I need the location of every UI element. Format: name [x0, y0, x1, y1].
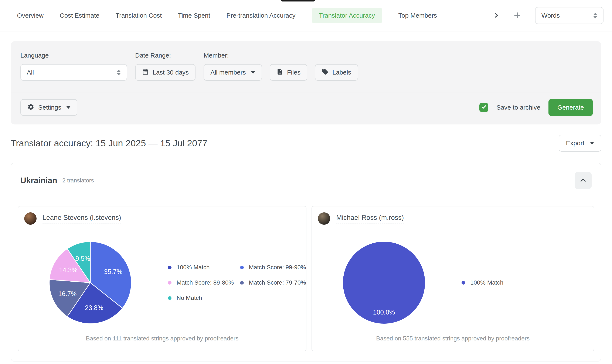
- pie-label: 16.7%: [58, 290, 77, 297]
- legend-label: Match Score: 79-70%: [249, 279, 306, 286]
- generate-button[interactable]: Generate: [548, 99, 593, 116]
- member-label: Member:: [204, 52, 358, 59]
- translator-card-header: Leane Stevens (l.stevens): [18, 207, 306, 231]
- chart-footnote: Based on 555 translated strings approved…: [312, 334, 594, 351]
- report-filter-panel: Language All Date Range: Last 30 days Me…: [11, 41, 601, 124]
- legend-item: 100% Match: [462, 279, 503, 286]
- chart-footnote: Based on 111 translated strings approved…: [18, 334, 306, 351]
- caret-down-icon: [66, 106, 71, 109]
- collapse-section-button[interactable]: [575, 172, 592, 189]
- translator-name-link[interactable]: Leane Stevens (l.stevens): [42, 214, 121, 223]
- pie-label: 35.7%: [104, 268, 122, 275]
- unit-select[interactable]: Words: [535, 7, 603, 24]
- legend-dot-icon: [168, 281, 172, 285]
- unit-select-value: Words: [541, 12, 560, 19]
- accuracy-pie-chart: 35.7%23.8%16.7%14.3%9.5%: [48, 241, 132, 325]
- legend-dot-icon: [168, 296, 172, 300]
- accuracy-pie-chart: 100.0%: [342, 241, 426, 325]
- report-tabs: OverviewCost EstimateTranslation CostTim…: [17, 8, 437, 23]
- translators-count: 2 translators: [62, 177, 94, 184]
- legend-label: Match Score: 89-80%: [177, 279, 234, 286]
- tab-overview[interactable]: Overview: [17, 8, 44, 23]
- language-filter-group: Language All: [20, 52, 127, 81]
- settings-dropdown-button[interactable]: Settings: [20, 99, 77, 116]
- tag-icon: [322, 68, 329, 77]
- legend-label: 100% Match: [177, 264, 210, 271]
- language-select[interactable]: All: [20, 64, 127, 81]
- caret-down-icon: [590, 142, 594, 144]
- tab-time-spent[interactable]: Time Spent: [178, 8, 210, 23]
- select-arrows-icon: [593, 13, 597, 18]
- report-title-row: Translator accuracy: 15 Jun 2025 — 15 Ju…: [11, 135, 601, 152]
- export-button[interactable]: Export: [559, 135, 601, 152]
- select-arrows-icon: [117, 70, 121, 75]
- legend-item: No Match: [168, 295, 240, 301]
- files-filter-button[interactable]: Files: [270, 64, 307, 81]
- calendar-icon: [142, 68, 149, 77]
- member-dropdown[interactable]: All members: [204, 64, 262, 81]
- accuracy-chart-row: 35.7%23.8%16.7%14.3%9.5% 100% MatchMatch…: [18, 231, 306, 334]
- legend-item: Match Score: 99-90%: [240, 264, 306, 271]
- translator-cards: Leane Stevens (l.stevens) 35.7%23.8%16.7…: [11, 198, 601, 361]
- legend-dot-icon: [240, 281, 244, 285]
- legend-item: Match Score: 89-80%: [168, 279, 240, 286]
- gear-icon: [27, 103, 34, 112]
- filter-row: Language All Date Range: Last 30 days Me…: [11, 41, 601, 92]
- export-label: Export: [566, 140, 584, 147]
- date-range-button[interactable]: Last 30 days: [135, 64, 196, 81]
- files-label: Files: [287, 69, 300, 76]
- tab-pre-translation-accuracy[interactable]: Pre-translation Accuracy: [226, 8, 295, 23]
- chevron-up-icon: [580, 177, 587, 184]
- tabs-overflow-button[interactable]: [493, 12, 499, 20]
- pie-label: 23.8%: [85, 304, 104, 311]
- check-icon: [481, 104, 487, 111]
- legend-label: Match Score: 99-90%: [249, 264, 306, 271]
- member-filter-group: Member: All members Files Labels: [204, 52, 358, 81]
- window-notch: [281, 0, 315, 1]
- translator-card: Leane Stevens (l.stevens) 35.7%23.8%16.7…: [18, 206, 306, 351]
- tab-top-members[interactable]: Top Members: [399, 8, 437, 23]
- accuracy-chart-row: 100.0% 100% Match: [312, 231, 594, 334]
- tab-translation-cost[interactable]: Translation Cost: [116, 8, 162, 23]
- legend-label: 100% Match: [470, 279, 503, 286]
- legend-label: No Match: [177, 295, 202, 301]
- legend-dot-icon: [240, 266, 244, 269]
- language-select-value: All: [27, 69, 34, 76]
- pie-label: 14.3%: [59, 266, 78, 273]
- report-tabbar: OverviewCost EstimateTranslation CostTim…: [0, 0, 612, 31]
- labels-label: Labels: [332, 69, 351, 76]
- page-title: Translator accuracy: 15 Jun 2025 — 15 Ju…: [11, 138, 207, 148]
- translator-name-link[interactable]: Michael Ross (m.ross): [336, 214, 404, 223]
- save-to-archive-checkbox[interactable]: [479, 103, 488, 112]
- chart-legend: 100% MatchMatch Score: 99-90%Match Score…: [168, 264, 306, 301]
- date-range-filter-group: Date Range: Last 30 days: [135, 52, 196, 81]
- date-range-label: Date Range:: [135, 52, 196, 59]
- legend-item: Match Score: 79-70%: [240, 279, 306, 286]
- tabbar-right-controls: Words: [493, 7, 603, 24]
- avatar: [24, 212, 37, 225]
- legend-dot-icon: [168, 266, 172, 269]
- member-value: All members: [210, 69, 246, 76]
- date-range-value: Last 30 days: [153, 69, 189, 76]
- language-section-card: Ukrainian 2 translators Leane Stevens (l…: [11, 163, 601, 362]
- tab-cost-estimate[interactable]: Cost Estimate: [60, 8, 99, 23]
- avatar: [318, 212, 330, 225]
- save-to-archive-label: Save to archive: [496, 104, 540, 111]
- generate-controls: Save to archive Generate: [479, 99, 593, 116]
- translator-card: Michael Ross (m.ross) 100.0% 100% Match …: [312, 206, 594, 351]
- language-name: Ukrainian: [20, 176, 57, 185]
- legend-dot-icon: [462, 281, 465, 285]
- settings-label: Settings: [38, 104, 61, 111]
- translator-card-header: Michael Ross (m.ross): [312, 207, 594, 231]
- labels-filter-button[interactable]: Labels: [315, 64, 358, 81]
- caret-down-icon: [251, 71, 255, 74]
- file-icon: [277, 68, 283, 77]
- add-report-button[interactable]: [513, 12, 521, 20]
- chart-legend: 100% Match: [462, 279, 503, 286]
- filter-actions-row: Settings Save to archive Generate: [11, 92, 601, 124]
- legend-item: 100% Match: [168, 264, 240, 271]
- plus-icon: [513, 12, 521, 20]
- chevron-right-icon: [493, 12, 499, 20]
- tab-translator-accuracy[interactable]: Translator Accuracy: [312, 8, 382, 23]
- pie-label: 9.5%: [75, 255, 90, 262]
